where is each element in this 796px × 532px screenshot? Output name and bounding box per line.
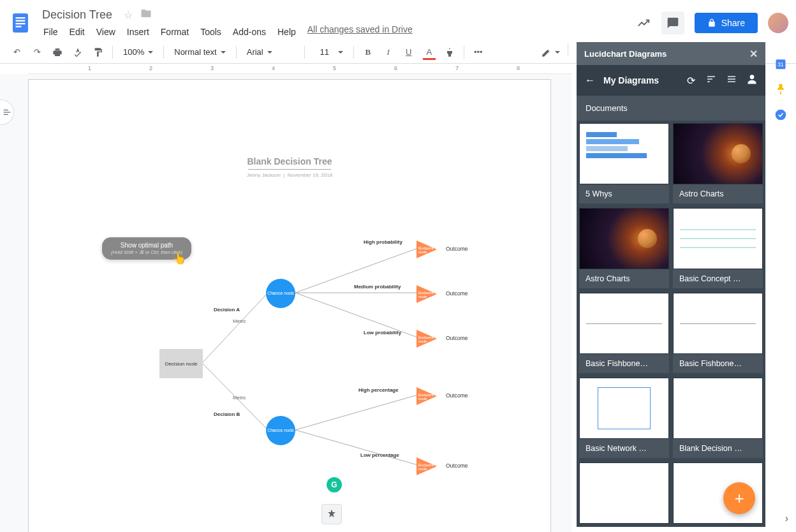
svg-rect-16 bbox=[707, 78, 712, 79]
account-icon[interactable] bbox=[745, 73, 759, 88]
card-concept[interactable]: Basic Concept … bbox=[673, 208, 763, 289]
ruler[interactable]: 1 2 3 4 5 6 7 8 bbox=[28, 64, 571, 74]
list-view-icon[interactable] bbox=[725, 74, 739, 87]
saved-status-link[interactable]: All changes saved in Drive bbox=[307, 24, 413, 40]
tasks-icon[interactable] bbox=[774, 108, 787, 121]
close-icon[interactable]: ✕ bbox=[749, 48, 758, 60]
sidebar-header: Lucidchart Diagrams ✕ bbox=[577, 42, 765, 65]
chance-node-b: Chance node bbox=[266, 416, 295, 445]
underline-button[interactable]: U bbox=[400, 43, 418, 61]
menubar: File Edit View Insert Format Tools Add-o… bbox=[38, 24, 636, 40]
zoom-value: 100% bbox=[123, 47, 144, 57]
header-actions: Share bbox=[636, 11, 788, 34]
calendar-icon[interactable]: 31 bbox=[774, 57, 787, 70]
menu-view[interactable]: View bbox=[91, 24, 121, 40]
share-label: Share bbox=[721, 18, 745, 28]
paint-format-button[interactable] bbox=[89, 43, 107, 61]
sort-icon[interactable] bbox=[704, 74, 718, 87]
menu-file[interactable]: File bbox=[38, 24, 63, 40]
svg-point-21 bbox=[750, 75, 755, 79]
move-folder-icon[interactable] bbox=[140, 8, 152, 22]
svg-rect-1 bbox=[16, 17, 26, 18]
outcome-2: Outcome bbox=[446, 290, 468, 297]
more-tools-button[interactable]: ••• bbox=[469, 43, 487, 61]
refresh-icon[interactable]: ⟳ bbox=[684, 75, 698, 87]
trending-icon[interactable] bbox=[636, 15, 651, 31]
lucidchart-sidebar: Lucidchart Diagrams ✕ ← My Diagrams ⟳ Do… bbox=[577, 42, 765, 527]
menu-addons[interactable]: Add-ons bbox=[228, 24, 271, 40]
font-value: Arial bbox=[247, 47, 263, 57]
page[interactable]: Blank Decision Tree Jenny Jackson | Nove… bbox=[28, 79, 551, 532]
decision-tree-diagram: Decision node Chance node Chance node De… bbox=[29, 223, 550, 532]
new-diagram-fab[interactable]: + bbox=[723, 482, 755, 514]
font-size-select[interactable]: 11 bbox=[310, 43, 348, 61]
chance-node-a: Chance node bbox=[266, 279, 295, 308]
docs-logo[interactable] bbox=[8, 8, 33, 38]
editing-mode-button[interactable] bbox=[541, 43, 560, 61]
paragraph-style-select[interactable]: Normal text bbox=[169, 43, 230, 61]
redo-button[interactable]: ↷ bbox=[28, 43, 46, 61]
star-icon[interactable]: ☆ bbox=[124, 9, 133, 21]
card-astro-1[interactable]: Astro Charts bbox=[673, 123, 763, 204]
label-decision-b: Decision B bbox=[214, 411, 240, 417]
menu-edit[interactable]: Edit bbox=[64, 24, 90, 40]
style-value: Normal text bbox=[174, 47, 216, 57]
rail-expand-icon[interactable]: › bbox=[785, 513, 788, 524]
decision-node: Decision node bbox=[159, 349, 203, 378]
endpoint-1: Endpoint node bbox=[416, 240, 437, 258]
svg-rect-2 bbox=[16, 20, 26, 22]
label-decision-a: Decision A bbox=[214, 307, 240, 313]
svg-point-24 bbox=[776, 110, 786, 121]
user-avatar[interactable] bbox=[768, 13, 788, 33]
spellcheck-button[interactable] bbox=[69, 43, 87, 61]
document-title[interactable]: Decision Tree bbox=[38, 7, 116, 23]
side-panel-rail: 31 bbox=[765, 45, 796, 121]
outline-tab[interactable] bbox=[0, 100, 14, 125]
label-high-pct: High percentage bbox=[358, 387, 399, 393]
menu-tools[interactable]: Tools bbox=[195, 24, 226, 40]
cursor-icon: 👆 bbox=[172, 251, 186, 265]
back-icon[interactable]: ← bbox=[583, 75, 597, 86]
doc-heading: Blank Decision Tree Jenny Jackson | Nove… bbox=[29, 156, 550, 178]
sidebar-nav: ← My Diagrams ⟳ bbox=[577, 65, 765, 96]
bold-button[interactable]: B bbox=[359, 43, 377, 61]
keep-icon[interactable] bbox=[774, 83, 787, 96]
italic-button[interactable]: I bbox=[380, 43, 397, 61]
card-5whys[interactable]: 5 Whys bbox=[579, 123, 669, 204]
text-color-button[interactable]: A bbox=[420, 43, 438, 61]
card-fishbone-2[interactable]: Basic Fishbone… bbox=[673, 293, 763, 374]
card-blank-decision[interactable]: Blank Decision … bbox=[673, 378, 763, 459]
svg-line-13 bbox=[295, 395, 418, 430]
page-subtitle: Jenny Jackson | November 19, 2018 bbox=[29, 172, 550, 178]
undo-button[interactable]: ↶ bbox=[8, 43, 26, 61]
endpoint-3: Endpoint node bbox=[416, 330, 437, 348]
svg-rect-5 bbox=[3, 110, 8, 110]
sidebar-title: Lucidchart Diagrams bbox=[584, 49, 667, 59]
svg-rect-4 bbox=[16, 26, 22, 27]
label-high-prob: High probability bbox=[364, 239, 402, 245]
grammarly-badge[interactable]: G bbox=[327, 477, 342, 492]
explore-button[interactable] bbox=[321, 504, 342, 524]
card-astro-2[interactable]: Astro Charts bbox=[579, 208, 669, 289]
menu-insert[interactable]: Insert bbox=[122, 24, 154, 40]
comments-button[interactable] bbox=[661, 11, 684, 34]
zoom-select[interactable]: 100% bbox=[118, 43, 158, 61]
highlight-button[interactable] bbox=[441, 43, 459, 61]
label-metric-b: Metric bbox=[233, 395, 246, 401]
label-low-prob: Low probability bbox=[364, 330, 401, 336]
svg-rect-6 bbox=[3, 112, 10, 112]
card-fishbone-1[interactable]: Basic Fishbone… bbox=[579, 293, 669, 374]
print-button[interactable] bbox=[48, 43, 66, 61]
header: Decision Tree ☆ File Edit View Insert Fo… bbox=[0, 0, 796, 41]
outcome-1: Outcome bbox=[446, 246, 468, 252]
share-button[interactable]: Share bbox=[695, 13, 758, 33]
document-workspace: Blank Decision Tree Jenny Jackson | Nove… bbox=[0, 74, 571, 532]
title-area: Decision Tree ☆ File Edit View Insert Fo… bbox=[33, 7, 636, 40]
font-select[interactable]: Arial bbox=[242, 43, 299, 61]
sidebar-grid[interactable]: 5 Whys Astro Charts Astro Charts Basic C… bbox=[577, 121, 765, 527]
card-extra-1[interactable] bbox=[579, 462, 669, 524]
menu-format[interactable]: Format bbox=[156, 24, 194, 40]
svg-rect-7 bbox=[3, 114, 8, 115]
card-network[interactable]: Basic Network … bbox=[579, 378, 669, 459]
menu-help[interactable]: Help bbox=[272, 24, 301, 40]
